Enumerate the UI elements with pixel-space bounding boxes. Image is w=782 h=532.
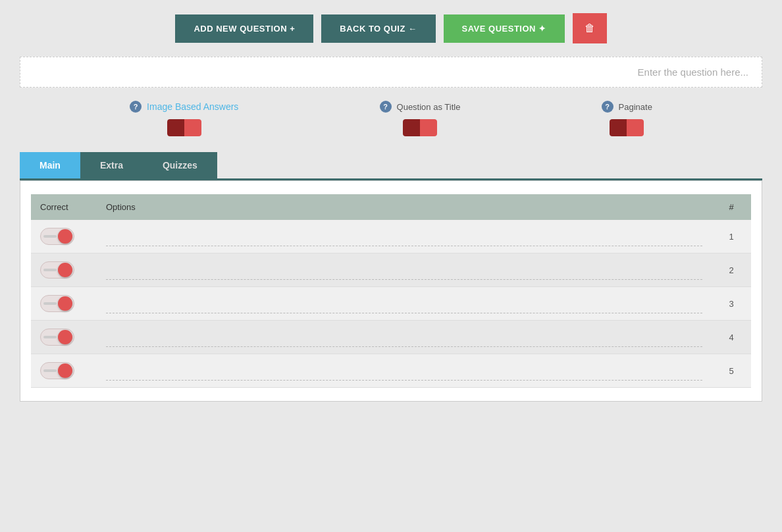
question-box — [20, 57, 762, 88]
paginate-label: Paginate — [619, 102, 652, 112]
question-as-title-label: Question as Title — [397, 102, 461, 112]
number-column-header: # — [712, 194, 751, 220]
row-number-3: 3 — [712, 287, 751, 321]
tab-main[interactable]: Main — [20, 152, 80, 178]
paginate-help-icon[interactable]: ? — [602, 101, 613, 113]
paginate-toggle[interactable] — [610, 119, 644, 136]
options-column-header: Options — [97, 194, 712, 220]
answer-input-4[interactable] — [106, 327, 702, 347]
question-as-title-help-icon[interactable]: ? — [380, 101, 392, 113]
table-row: 5 — [31, 354, 751, 388]
correct-cell-1 — [31, 220, 97, 253]
image-based-label: Image Based Answers — [147, 101, 238, 112]
answer-input-2[interactable] — [106, 260, 702, 280]
question-as-title-group: ? Question as Title — [380, 101, 461, 136]
options-cell-4 — [97, 321, 712, 354]
answer-input-3[interactable] — [106, 294, 702, 313]
table-row: 3 — [31, 287, 751, 321]
toolbar: ADD NEW QUESTION + BACK TO QUIZ ← SAVE Q… — [20, 13, 762, 43]
options-cell-5 — [97, 354, 712, 388]
answers-table: Correct Options # 1 2 3 4 — [31, 194, 751, 388]
options-row: ? Image Based Answers ? Question as Titl… — [20, 101, 762, 136]
correct-toggle-4[interactable] — [40, 329, 74, 346]
correct-cell-5 — [31, 354, 97, 388]
image-based-answers-group: ? Image Based Answers — [130, 101, 238, 136]
row-number-4: 4 — [712, 321, 751, 354]
correct-cell-4 — [31, 321, 97, 354]
question-as-title-toggle[interactable] — [403, 119, 437, 136]
back-to-quiz-button[interactable]: BACK TO QUIZ ← — [321, 14, 435, 43]
correct-toggle-2[interactable] — [40, 261, 74, 279]
correct-toggle-1[interactable] — [40, 228, 74, 245]
correct-cell-3 — [31, 287, 97, 321]
table-row: 1 — [31, 220, 751, 253]
row-number-2: 2 — [712, 253, 751, 287]
options-cell-2 — [97, 253, 712, 287]
question-input[interactable] — [34, 66, 748, 78]
tab-extra[interactable]: Extra — [80, 152, 143, 178]
tab-quizzes[interactable]: Quizzes — [143, 152, 217, 178]
tabs: Main Extra Quizzes — [20, 152, 762, 180]
table-row: 2 — [31, 253, 751, 287]
answer-input-5[interactable] — [106, 361, 702, 381]
delete-button[interactable]: 🗑 — [573, 13, 607, 43]
options-cell-3 — [97, 287, 712, 321]
paginate-group: ? Paginate — [602, 101, 652, 136]
correct-cell-2 — [31, 253, 97, 287]
table-row: 4 — [31, 321, 751, 354]
add-new-question-button[interactable]: ADD NEW QUESTION + — [175, 14, 313, 43]
correct-toggle-5[interactable] — [40, 362, 74, 379]
content-area: Correct Options # 1 2 3 4 — [20, 180, 762, 402]
save-question-button[interactable]: SAVE QUESTION ✦ — [444, 14, 565, 43]
options-cell-1 — [97, 220, 712, 253]
answer-input-1[interactable] — [106, 226, 702, 246]
correct-toggle-3[interactable] — [40, 295, 74, 312]
image-based-help-icon[interactable]: ? — [130, 101, 142, 113]
row-number-5: 5 — [712, 354, 751, 388]
image-based-toggle[interactable] — [167, 119, 201, 136]
correct-column-header: Correct — [31, 194, 97, 220]
table-header-row: Correct Options # — [31, 194, 751, 220]
row-number-1: 1 — [712, 220, 751, 253]
